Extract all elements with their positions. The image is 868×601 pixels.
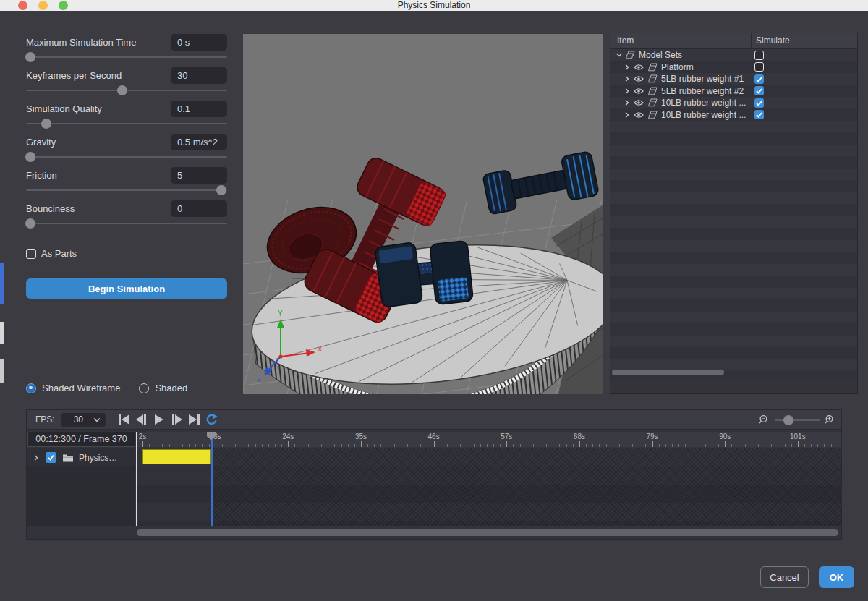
model-set-icon	[648, 98, 658, 107]
track-name: Physics Si...	[79, 453, 119, 463]
cancel-button[interactable]: Cancel	[760, 566, 809, 588]
friction-field[interactable]: 5	[171, 167, 227, 184]
slider-thumb[interactable]	[25, 218, 35, 229]
simulate-checkbox[interactable]	[754, 51, 764, 60]
slider-thumb[interactable]	[25, 152, 35, 162]
close-window-button[interactable]	[18, 1, 27, 10]
timeline-horizontal-scrollbar[interactable]	[137, 529, 838, 536]
as-parts-option: As Parts	[26, 248, 227, 259]
radio-icon[interactable]	[139, 383, 149, 393]
model-set-icon	[648, 74, 658, 83]
eye-icon[interactable]	[634, 75, 644, 82]
eye-icon[interactable]	[634, 111, 644, 119]
tree-item-label: 5LB rubber weight #2	[661, 86, 744, 96]
zoom-slider-thumb[interactable]	[783, 415, 793, 425]
slider-thumb[interactable]	[216, 185, 226, 195]
eye-icon[interactable]	[634, 64, 644, 71]
step-back-button[interactable]	[135, 413, 150, 426]
chevron-right-icon[interactable]	[624, 111, 631, 119]
friction-slider[interactable]	[26, 184, 227, 195]
minimize-window-button[interactable]	[38, 1, 48, 10]
axis-x-label: x	[318, 345, 322, 352]
slider-thumb[interactable]	[41, 119, 51, 129]
slider-thumb[interactable]	[25, 52, 35, 62]
zoom-window-button[interactable]	[59, 1, 68, 10]
zoom-in-icon[interactable]	[825, 414, 835, 425]
viewport-3d[interactable]: Y x z	[243, 33, 603, 394]
tree-row-10lb-weight-2[interactable]: 10LB rubber weight ...	[610, 109, 857, 122]
slider-thumb[interactable]	[117, 85, 127, 95]
simulate-checkbox[interactable]	[754, 86, 764, 95]
track-enabled-checkbox[interactable]	[46, 452, 56, 463]
step-forward-button[interactable]	[169, 413, 184, 426]
simulate-checkbox[interactable]	[754, 62, 764, 72]
sim-quality-slider[interactable]	[26, 118, 227, 129]
keyframes-field[interactable]: 30	[171, 67, 227, 84]
eye-icon[interactable]	[634, 88, 644, 95]
simulate-checkbox[interactable]	[754, 74, 764, 84]
simulate-checkbox[interactable]	[754, 110, 764, 119]
as-parts-checkbox[interactable]	[26, 249, 36, 259]
skip-to-end-button[interactable]	[187, 413, 202, 426]
simulate-column-header[interactable]: Simulate	[752, 33, 857, 48]
skip-to-start-button[interactable]	[117, 413, 132, 426]
item-column-header[interactable]: Item	[610, 33, 752, 48]
tree-item-label: 10LB rubber weight ...	[661, 110, 746, 120]
timecode-display: 00:12:300 / Frame 370	[27, 432, 135, 447]
play-button[interactable]	[152, 413, 167, 426]
tree-row-5lb-weight-1[interactable]: 5LB rubber weight #1	[610, 73, 857, 85]
ok-button[interactable]: OK	[819, 566, 854, 588]
fps-dropdown[interactable]: 30	[61, 413, 106, 427]
track-label-cell[interactable]: Physics Si...	[27, 448, 135, 466]
gravity-label: Gravity	[26, 137, 56, 148]
model-set-icon	[648, 63, 658, 72]
control-bounciness: Bounciness 0	[26, 200, 227, 229]
window-title: Physics Simulation	[0, 0, 868, 11]
eye-icon[interactable]	[634, 99, 644, 106]
tree-row-10lb-weight-1[interactable]: 10LB rubber weight ...	[610, 97, 857, 109]
gravity-slider[interactable]	[26, 151, 227, 162]
timeline-ruler[interactable]: 2s13s24s35s46s57s68s79s90s101s	[137, 432, 841, 447]
control-simulation-quality: Simulation Quality 0.1	[26, 101, 227, 129]
max-sim-time-field[interactable]: 0 s	[171, 34, 227, 51]
chevron-right-icon[interactable]	[624, 99, 631, 106]
timeline-content: 00:12:300 / Frame 370 2s13s24s35s46s57s6…	[27, 430, 841, 539]
loop-button[interactable]	[204, 413, 219, 426]
tree-row-model-sets[interactable]: Model Sets	[610, 49, 857, 61]
scene-tree-horizontal-scrollbar[interactable]	[612, 370, 724, 375]
tree-item-label: Model Sets	[639, 50, 682, 60]
chevron-right-icon[interactable]	[624, 88, 631, 95]
scene-tree-header: Item Simulate	[610, 33, 857, 49]
max-sim-time-slider[interactable]	[26, 51, 227, 62]
chevron-right-icon[interactable]	[33, 454, 40, 461]
begin-simulation-button[interactable]: Begin Simulation	[26, 278, 227, 299]
gravity-field[interactable]: 0.5 m/s^2	[171, 134, 227, 150]
chevron-down-icon[interactable]	[616, 51, 623, 59]
friction-label: Friction	[26, 170, 57, 181]
control-max-sim-time: Maximum Simulation Time 0 s	[26, 34, 227, 62]
timeline-zoom-slider[interactable]	[775, 419, 820, 421]
tree-row-5lb-weight-2[interactable]: 5LB rubber weight #2	[610, 85, 857, 98]
model-set-icon	[626, 51, 635, 59]
radio-icon[interactable]	[26, 383, 36, 393]
fps-value: 30	[74, 414, 83, 425]
chevron-right-icon[interactable]	[624, 75, 631, 82]
tree-item-label: Platform	[661, 62, 694, 72]
background-window-fragment	[0, 359, 4, 383]
tree-row-platform[interactable]: Platform	[610, 61, 857, 74]
playhead-line[interactable]	[211, 438, 213, 526]
bounciness-slider[interactable]	[26, 218, 227, 229]
unbaked-range-hatch	[211, 448, 841, 526]
radio-shaded[interactable]: Shaded	[139, 383, 187, 393]
title-bar: Physics Simulation	[0, 0, 868, 11]
radio-shaded-wireframe[interactable]: Shaded Wireframe	[26, 383, 120, 393]
zoom-out-icon[interactable]	[759, 414, 770, 425]
keyframe-clip-bar[interactable]	[142, 449, 211, 464]
keyframes-label: Keyframes per Second	[26, 70, 122, 81]
keyframes-slider[interactable]	[26, 85, 227, 95]
sim-quality-field[interactable]: 0.1	[171, 101, 227, 117]
chevron-right-icon[interactable]	[624, 64, 631, 71]
simulate-checkbox[interactable]	[754, 98, 764, 108]
bounciness-field[interactable]: 0	[171, 200, 227, 217]
scene-tree-body: Model Sets Platform 5LB rubber weight #1	[610, 49, 857, 378]
